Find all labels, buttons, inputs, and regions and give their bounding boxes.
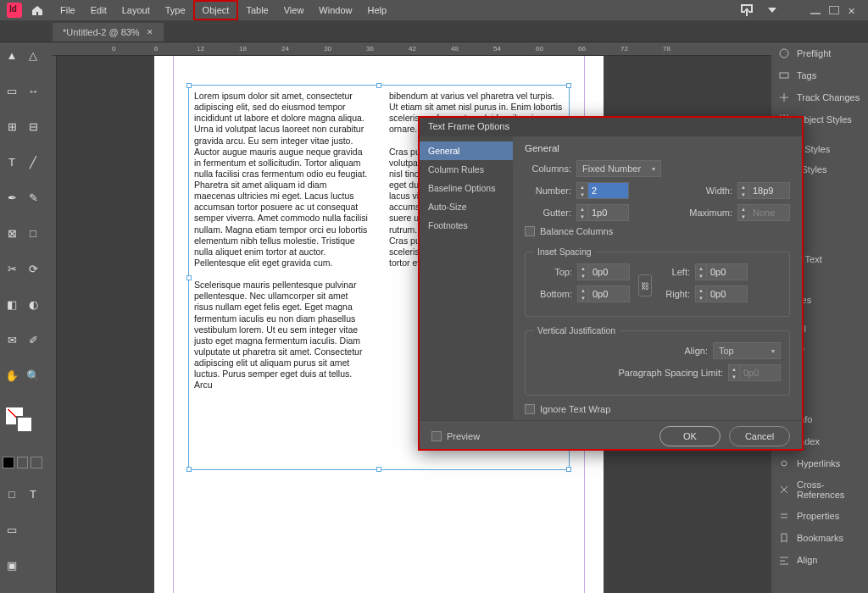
content-collector-icon[interactable]: ⊞: [3, 117, 21, 136]
sidebar-item-general[interactable]: General: [420, 141, 513, 160]
sidebar-item-baseline-options[interactable]: Baseline Options: [420, 179, 513, 197]
restore-button[interactable]: [829, 6, 839, 14]
frame-handle[interactable]: [186, 83, 192, 88]
inset-right-input[interactable]: ▲▼: [695, 285, 748, 302]
frame-handle[interactable]: [186, 467, 192, 472]
link-inset-icon[interactable]: ⛓: [638, 274, 652, 296]
section-heading: General: [525, 143, 790, 153]
app-logo-icon: [7, 3, 22, 18]
pencil-tool-icon[interactable]: ✎: [24, 188, 42, 207]
svg-rect-1: [780, 73, 788, 78]
menu-table[interactable]: Table: [238, 2, 275, 19]
panel-hyperlinks[interactable]: Hyperlinks: [771, 452, 868, 474]
sidebar-item-column-rules[interactable]: Column Rules: [420, 160, 513, 179]
menu-help[interactable]: Help: [359, 2, 394, 19]
panel-tags[interactable]: Tags: [771, 64, 868, 86]
sidebar-item-auto-size[interactable]: Auto-Size: [420, 197, 513, 216]
preview-checkbox[interactable]: Preview: [431, 431, 480, 441]
normal-view-icon[interactable]: ▭: [3, 521, 21, 540]
rectangle-tool-icon[interactable]: □: [24, 224, 42, 242]
frame-handle[interactable]: [566, 83, 571, 88]
dialog-sidebar: General Column Rules Baseline Options Au…: [420, 136, 513, 420]
ignore-text-wrap-checkbox[interactable]: Ignore Text Wrap: [525, 404, 790, 414]
menu-window[interactable]: Window: [311, 2, 359, 19]
frame-handle[interactable]: [376, 83, 381, 88]
frame-handle[interactable]: [186, 275, 192, 280]
vjust-legend: Vertical Justification: [534, 325, 619, 335]
apply-none-icon[interactable]: [31, 457, 42, 468]
scissors-tool-icon[interactable]: ✂: [3, 259, 21, 278]
apply-gradient-icon[interactable]: [17, 457, 29, 468]
note-tool-icon[interactable]: ✉: [3, 331, 21, 350]
sidebar-item-footnotes[interactable]: Footnotes: [420, 216, 513, 235]
format-container-icon[interactable]: □: [3, 485, 21, 504]
zoom-tool-icon[interactable]: 🔍: [24, 367, 42, 385]
panel-preflight[interactable]: Preflight: [771, 42, 868, 64]
gradient-swatch-tool-icon[interactable]: ◧: [3, 295, 21, 313]
hand-tool-icon[interactable]: ✋: [3, 367, 21, 385]
rectangle-frame-tool-icon[interactable]: ⊠: [3, 224, 21, 242]
balance-columns-checkbox[interactable]: Balance Columns: [525, 226, 790, 236]
workspace-switcher-icon[interactable]: [768, 8, 776, 13]
page-tool-icon[interactable]: ▭: [3, 81, 21, 100]
number-input[interactable]: ▲▼: [576, 182, 629, 199]
gutter-label: Gutter:: [525, 208, 571, 218]
inset-top-input[interactable]: ▲▼: [577, 263, 630, 280]
free-transform-tool-icon[interactable]: ⟳: [24, 259, 42, 278]
menu-file[interactable]: File: [53, 2, 83, 19]
panel-bookmarks[interactable]: Bookmarks: [771, 527, 868, 549]
panel-track-changes[interactable]: Track Changes: [771, 86, 868, 108]
width-label: Width:: [697, 186, 732, 196]
menu-layout[interactable]: Layout: [114, 2, 158, 19]
direct-selection-tool-icon[interactable]: △: [24, 46, 42, 64]
ok-button[interactable]: OK: [659, 426, 721, 446]
close-button[interactable]: ✕: [848, 6, 858, 14]
preview-view-icon[interactable]: ▣: [3, 557, 21, 575]
document-tab-bar: *Untitled-2 @ 83% ✕: [0, 20, 868, 42]
columns-mode-combo[interactable]: Fixed Number▾: [576, 160, 661, 177]
maximum-input: ▲▼: [737, 204, 790, 221]
share-icon[interactable]: [741, 4, 753, 16]
apply-color-icon[interactable]: [3, 457, 14, 468]
inset-left-input[interactable]: ▲▼: [695, 263, 748, 280]
align-combo[interactable]: Top▾: [713, 342, 781, 359]
dialog-title: Text Frame Options: [420, 118, 802, 136]
columns-label: Columns:: [525, 163, 571, 174]
paragraph-spacing-limit-input: ▲▼: [728, 364, 781, 381]
number-label: Number:: [525, 186, 571, 196]
panel-properties[interactable]: Properties: [771, 505, 868, 527]
selection-tool-icon[interactable]: ▲: [3, 46, 21, 64]
tools-panel: ▲ △ ▭ ↔ ⊞ ⊟ T ╱ ✒ ✎ ⊠ □ ✂ ⟳ ◧ ◐ ✉ ✐ ✋ 🔍 …: [0, 42, 45, 593]
text-frame-options-dialog: Text Frame Options General Column Rules …: [418, 116, 804, 451]
cancel-button[interactable]: Cancel: [729, 426, 790, 446]
content-placer-icon[interactable]: ⊟: [24, 117, 42, 136]
text-column-1: Lorem ipsum dolor sit amet, consectetur …: [192, 89, 370, 466]
frame-handle[interactable]: [376, 467, 381, 472]
panel-align[interactable]: Align: [771, 549, 868, 571]
gutter-input[interactable]: ▲▼: [576, 204, 629, 221]
panel-cross-references[interactable]: Cross-References: [771, 474, 868, 505]
format-text-icon[interactable]: T: [24, 485, 42, 504]
width-input[interactable]: ▲▼: [737, 182, 790, 199]
menu-view[interactable]: View: [276, 2, 312, 19]
document-tab[interactable]: *Untitled-2 @ 83% ✕: [53, 23, 164, 42]
pen-tool-icon[interactable]: ✒: [3, 188, 21, 207]
inset-spacing-legend: Inset Spacing: [534, 247, 595, 257]
home-icon[interactable]: [31, 3, 44, 17]
fill-stroke-swatch[interactable]: [3, 407, 42, 436]
menu-edit[interactable]: Edit: [83, 2, 114, 19]
menu-object[interactable]: Object: [193, 0, 239, 20]
menu-type[interactable]: Type: [158, 2, 193, 19]
frame-handle[interactable]: [566, 467, 571, 472]
line-tool-icon[interactable]: ╱: [24, 152, 42, 171]
gradient-feather-tool-icon[interactable]: ◐: [24, 295, 42, 313]
maximum-label: Maximum:: [682, 208, 732, 218]
gap-tool-icon[interactable]: ↔: [24, 81, 42, 100]
window-controls: ✕: [810, 6, 865, 14]
close-tab-icon[interactable]: ✕: [147, 28, 153, 36]
inset-bottom-input[interactable]: ▲▼: [577, 285, 630, 302]
eyedropper-tool-icon[interactable]: ✐: [24, 331, 42, 350]
minimize-button[interactable]: [810, 6, 821, 14]
menu-bar: File Edit Layout Type Object Table View …: [0, 0, 868, 20]
type-tool-icon[interactable]: T: [3, 152, 21, 171]
